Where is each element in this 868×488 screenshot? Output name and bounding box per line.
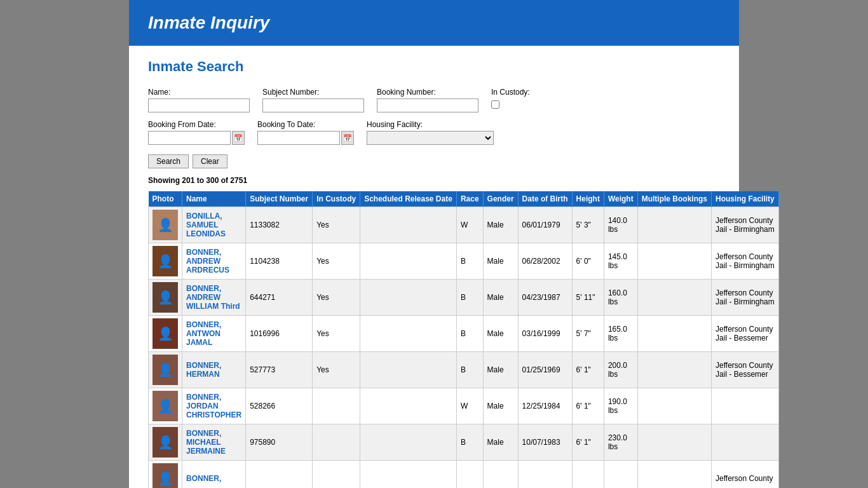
cell-photo: 👤: [149, 461, 182, 489]
cell-housing: Jefferson County Jail - Bessemer: [712, 316, 779, 352]
cell-multiple: [637, 424, 711, 461]
cell-race: [456, 461, 483, 489]
col-multiple: Multiple Bookings: [637, 191, 711, 207]
inmate-name-link[interactable]: BONNER, MICHAEL JERMAINE: [186, 429, 226, 456]
table-row: 👤BONNER, ANDREW ARDRECUS1104238YesBMale0…: [149, 243, 779, 280]
booking-from-calendar-button[interactable]: 📅: [232, 131, 245, 145]
inmate-photo: 👤: [153, 282, 178, 313]
cell-weight: [604, 461, 637, 489]
cell-photo: 👤: [149, 243, 182, 280]
col-custody: In Custody: [313, 191, 360, 207]
booking-input[interactable]: [377, 98, 478, 112]
inmate-photo: 👤: [153, 318, 178, 349]
cell-housing: Jefferson County Jail - Birmingham: [712, 243, 779, 280]
cell-race: B: [456, 424, 483, 461]
cell-name: BONNER, ANDREW ARDRECUS: [182, 243, 246, 280]
cell-gender: [483, 461, 518, 489]
inmate-name-link[interactable]: BONNER, HERMAN: [186, 361, 221, 379]
booking-to-input[interactable]: [257, 131, 340, 145]
cell-release: [360, 461, 457, 489]
cell-housing: [712, 388, 779, 424]
cell-subject: 975890: [246, 424, 313, 461]
booking-from-input[interactable]: [148, 131, 231, 145]
cell-race: B: [456, 280, 483, 316]
housing-select[interactable]: [367, 131, 494, 145]
inmate-photo: 👤: [153, 355, 178, 385]
inmate-name-link[interactable]: BONNER, ANDREW WILLIAM Third: [186, 284, 240, 311]
cell-race: B: [456, 352, 483, 388]
booking-from-label: Booking From Date:: [148, 120, 245, 129]
cell-subject: 528266: [246, 388, 313, 424]
cell-housing: Jefferson County Jail - Birmingham: [712, 207, 779, 243]
subject-label: Subject Number:: [262, 88, 364, 97]
cell-height: 6' 0": [572, 243, 604, 280]
cell-name: BONNER, ANDREW WILLIAM Third: [182, 280, 246, 316]
booking-to-calendar-button[interactable]: 📅: [341, 131, 354, 145]
search-button[interactable]: Search: [148, 154, 189, 168]
form-row-1: Name: Subject Number: Booking Number: In…: [148, 88, 720, 112]
cell-dob: 01/25/1969: [518, 352, 572, 388]
subject-input[interactable]: [262, 98, 364, 112]
form-row-2: Booking From Date: 📅 Booking To Date: 📅 …: [148, 120, 720, 145]
cell-custody: [313, 461, 360, 489]
button-row: Search Clear: [148, 154, 720, 168]
inmate-name-link[interactable]: BONNER, ANDREW ARDRECUS: [186, 248, 229, 274]
cell-height: 6' 1": [572, 388, 604, 424]
cell-height: 5' 7": [572, 316, 604, 352]
col-gender: Gender: [483, 191, 518, 207]
showing-count: Showing 201 to 300 of 2751: [148, 176, 247, 185]
cell-release: [360, 207, 457, 243]
cell-name: BONNER, MICHAEL JERMAINE: [182, 424, 246, 461]
clear-button[interactable]: Clear: [193, 154, 227, 168]
inmate-name-link[interactable]: BONILLA, SAMUEL LEONIDAS: [186, 212, 226, 238]
cell-subject: 527773: [246, 352, 313, 388]
col-dob: Date of Birth: [518, 191, 572, 207]
cell-height: [572, 461, 604, 489]
col-subject: Subject Number: [246, 191, 313, 207]
housing-group: Housing Facility:: [367, 120, 494, 145]
page-title: Inmate Search: [148, 58, 720, 75]
cell-custody: Yes: [313, 280, 360, 316]
cell-housing: [712, 424, 779, 461]
custody-checkbox[interactable]: [491, 100, 499, 109]
app-title: Inmate Inquiry: [148, 13, 720, 33]
cell-multiple: [637, 388, 711, 424]
inmate-photo: 👤: [153, 210, 178, 240]
cell-custody: Yes: [313, 352, 360, 388]
cell-weight: 140.0 lbs: [604, 207, 637, 243]
housing-label: Housing Facility:: [367, 120, 494, 129]
inmate-name-link[interactable]: BONNER, ANTWON JAMAL: [186, 320, 221, 347]
cell-release: [360, 316, 457, 352]
cell-subject: 1104238: [246, 243, 313, 280]
inmate-name-link[interactable]: BONNER,: [186, 474, 221, 483]
cell-release: [360, 243, 457, 280]
cell-multiple: [637, 461, 711, 489]
cell-weight: 145.0 lbs: [604, 243, 637, 280]
cell-height: 5' 3": [572, 207, 604, 243]
cell-multiple: [637, 207, 711, 243]
header-row: Photo Name Subject Number In Custody Sch…: [149, 191, 779, 207]
cell-gender: Male: [483, 316, 518, 352]
cell-name: BONNER, HERMAN: [182, 352, 246, 388]
subject-field-group: Subject Number:: [262, 88, 364, 112]
table-row: 👤BONILLA, SAMUEL LEONIDAS1133082YesWMale…: [149, 207, 779, 243]
table-row: 👤BONNER, HERMAN527773YesBMale01/25/19696…: [149, 352, 779, 388]
cell-height: 6' 1": [572, 424, 604, 461]
custody-field-group: In Custody:: [491, 88, 530, 109]
cell-subject: 1016996: [246, 316, 313, 352]
col-photo: Photo: [149, 191, 182, 207]
cell-photo: 👤: [149, 207, 182, 243]
table-row: 👤BONNER, ANDREW WILLIAM Third644271YesBM…: [149, 280, 779, 316]
custody-label: In Custody:: [491, 88, 530, 97]
cell-custody: Yes: [313, 207, 360, 243]
inmate-photo: 👤: [153, 427, 178, 458]
cell-custody: [313, 388, 360, 424]
content-area: Inmate Search Name: Subject Number: Book…: [129, 46, 739, 488]
name-input[interactable]: [148, 98, 250, 112]
cell-weight: 160.0 lbs: [604, 280, 637, 316]
col-release: Scheduled Release Date: [360, 191, 457, 207]
cell-weight: 230.0 lbs: [604, 424, 637, 461]
col-race: Race: [456, 191, 483, 207]
cell-dob: 12/25/1984: [518, 388, 572, 424]
inmate-name-link[interactable]: BONNER, JORDAN CHRISTOPHER: [186, 393, 241, 419]
